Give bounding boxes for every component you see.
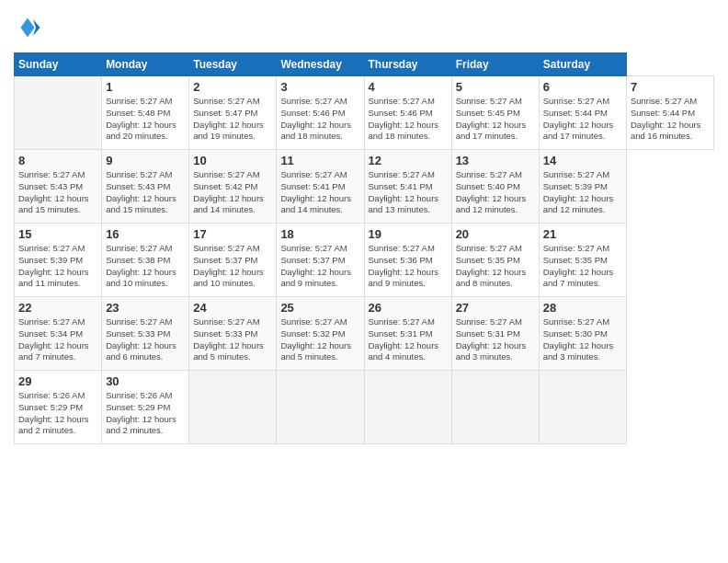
day-number: 26 [369,301,448,315]
page-container: SundayMondayTuesdayWednesdayThursdayFrid… [0,0,728,454]
calendar-cell: 9Sunrise: 5:27 AMSunset: 5:43 PMDaylight… [102,150,189,224]
day-number: 1 [106,80,185,94]
day-info: Sunrise: 5:27 AMSunset: 5:46 PMDaylight:… [280,96,359,143]
day-info: Sunrise: 5:27 AMSunset: 5:41 PMDaylight:… [369,169,448,216]
header-row: SundayMondayTuesdayWednesdayThursdayFrid… [15,53,714,76]
day-info: Sunrise: 5:27 AMSunset: 5:44 PMDaylight:… [631,96,710,143]
day-info: Sunrise: 5:27 AMSunset: 5:31 PMDaylight:… [456,316,535,363]
calendar-cell: 11Sunrise: 5:27 AMSunset: 5:41 PMDayligh… [277,150,364,224]
column-header-sunday: Sunday [15,53,102,76]
column-header-thursday: Thursday [364,53,451,76]
day-number: 24 [193,301,272,315]
calendar-cell: 16Sunrise: 5:27 AMSunset: 5:38 PMDayligh… [102,224,189,297]
calendar-cell: 21Sunrise: 5:27 AMSunset: 5:35 PMDayligh… [539,224,626,297]
calendar-cell: 29Sunrise: 5:26 AMSunset: 5:29 PMDayligh… [15,371,102,444]
day-number: 11 [280,154,359,167]
calendar-cell: 12Sunrise: 5:27 AMSunset: 5:41 PMDayligh… [364,150,451,224]
day-info: Sunrise: 5:27 AMSunset: 5:45 PMDaylight:… [456,96,535,143]
day-info: Sunrise: 5:27 AMSunset: 5:40 PMDaylight:… [456,169,535,216]
calendar-cell: 28Sunrise: 5:27 AMSunset: 5:30 PMDayligh… [539,297,626,371]
day-number: 2 [193,80,272,94]
day-info: Sunrise: 5:27 AMSunset: 5:39 PMDaylight:… [18,243,97,290]
calendar-cell: 27Sunrise: 5:27 AMSunset: 5:31 PMDayligh… [451,297,539,371]
calendar-cell: 2Sunrise: 5:27 AMSunset: 5:47 PMDaylight… [189,76,277,150]
day-number: 28 [543,301,622,315]
day-number: 13 [456,154,535,167]
column-header-tuesday: Tuesday [189,53,277,76]
day-info: Sunrise: 5:27 AMSunset: 5:41 PMDaylight:… [280,169,359,216]
day-info: Sunrise: 5:27 AMSunset: 5:46 PMDaylight:… [369,96,448,143]
day-number: 22 [18,301,97,315]
day-info: Sunrise: 5:27 AMSunset: 5:37 PMDaylight:… [280,243,359,290]
day-number: 29 [18,374,97,388]
day-info: Sunrise: 5:27 AMSunset: 5:30 PMDaylight:… [543,316,622,363]
logo [14,14,45,41]
day-number: 23 [106,301,185,315]
day-number: 6 [543,80,622,94]
calendar-cell [189,371,277,444]
week-row: 1Sunrise: 5:27 AMSunset: 5:48 PMDaylight… [15,76,714,150]
day-number: 3 [280,80,359,94]
column-header-friday: Friday [451,53,539,76]
day-number: 9 [106,154,185,167]
day-info: Sunrise: 5:27 AMSunset: 5:48 PMDaylight:… [106,96,185,143]
calendar-cell [539,371,626,444]
day-info: Sunrise: 5:27 AMSunset: 5:38 PMDaylight:… [106,243,185,290]
day-number: 16 [106,227,185,241]
calendar-cell: 10Sunrise: 5:27 AMSunset: 5:42 PMDayligh… [189,150,277,224]
calendar-cell [277,371,364,444]
day-info: Sunrise: 5:27 AMSunset: 5:32 PMDaylight:… [280,316,359,363]
day-info: Sunrise: 5:27 AMSunset: 5:39 PMDaylight:… [543,169,622,216]
svg-marker-1 [21,18,35,38]
calendar-cell: 15Sunrise: 5:27 AMSunset: 5:39 PMDayligh… [15,224,102,297]
day-number: 18 [280,227,359,241]
day-info: Sunrise: 5:27 AMSunset: 5:37 PMDaylight:… [193,243,272,290]
day-number: 12 [369,154,448,167]
calendar-cell: 30Sunrise: 5:26 AMSunset: 5:29 PMDayligh… [102,371,189,444]
day-info: Sunrise: 5:26 AMSunset: 5:29 PMDaylight:… [106,390,185,437]
day-info: Sunrise: 5:27 AMSunset: 5:43 PMDaylight:… [106,169,185,216]
calendar-cell: 25Sunrise: 5:27 AMSunset: 5:32 PMDayligh… [277,297,364,371]
day-info: Sunrise: 5:27 AMSunset: 5:36 PMDaylight:… [369,243,448,290]
day-number: 30 [106,374,185,388]
day-number: 19 [369,227,448,241]
day-number: 14 [543,154,622,167]
week-row: 29Sunrise: 5:26 AMSunset: 5:29 PMDayligh… [15,371,714,444]
calendar-cell: 7Sunrise: 5:27 AMSunset: 5:44 PMDaylight… [626,76,713,150]
calendar-cell: 6Sunrise: 5:27 AMSunset: 5:44 PMDaylight… [539,76,626,150]
calendar-cell: 20Sunrise: 5:27 AMSunset: 5:35 PMDayligh… [451,224,539,297]
day-info: Sunrise: 5:27 AMSunset: 5:31 PMDaylight:… [369,316,448,363]
calendar-cell: 5Sunrise: 5:27 AMSunset: 5:45 PMDaylight… [451,76,539,150]
day-info: Sunrise: 5:27 AMSunset: 5:34 PMDaylight:… [18,316,97,363]
calendar-cell: 18Sunrise: 5:27 AMSunset: 5:37 PMDayligh… [277,224,364,297]
calendar-cell: 17Sunrise: 5:27 AMSunset: 5:37 PMDayligh… [189,224,277,297]
day-number: 8 [18,154,97,167]
day-info: Sunrise: 5:27 AMSunset: 5:43 PMDaylight:… [18,169,97,216]
calendar-cell: 22Sunrise: 5:27 AMSunset: 5:34 PMDayligh… [15,297,102,371]
calendar-cell [364,371,451,444]
day-info: Sunrise: 5:27 AMSunset: 5:33 PMDaylight:… [106,316,185,363]
day-number: 15 [18,227,97,241]
day-info: Sunrise: 5:27 AMSunset: 5:35 PMDaylight:… [543,243,622,290]
calendar-cell: 3Sunrise: 5:27 AMSunset: 5:46 PMDaylight… [277,76,364,150]
logo-icon [14,14,41,41]
day-info: Sunrise: 5:27 AMSunset: 5:42 PMDaylight:… [193,169,272,216]
calendar-cell [15,76,102,150]
week-row: 22Sunrise: 5:27 AMSunset: 5:34 PMDayligh… [15,297,714,371]
day-number: 10 [193,154,272,167]
calendar-table: SundayMondayTuesdayWednesdayThursdayFrid… [14,52,714,444]
day-number: 21 [543,227,622,241]
day-info: Sunrise: 5:27 AMSunset: 5:33 PMDaylight:… [193,316,272,363]
calendar-cell: 19Sunrise: 5:27 AMSunset: 5:36 PMDayligh… [364,224,451,297]
column-header-wednesday: Wednesday [277,53,364,76]
header [14,14,714,41]
day-number: 20 [456,227,535,241]
day-info: Sunrise: 5:26 AMSunset: 5:29 PMDaylight:… [18,390,97,437]
day-info: Sunrise: 5:27 AMSunset: 5:35 PMDaylight:… [456,243,535,290]
calendar-cell [451,371,539,444]
calendar-cell: 23Sunrise: 5:27 AMSunset: 5:33 PMDayligh… [102,297,189,371]
calendar-cell: 4Sunrise: 5:27 AMSunset: 5:46 PMDaylight… [364,76,451,150]
day-number: 4 [369,80,448,94]
calendar-cell: 1Sunrise: 5:27 AMSunset: 5:48 PMDaylight… [102,76,189,150]
week-row: 15Sunrise: 5:27 AMSunset: 5:39 PMDayligh… [15,224,714,297]
